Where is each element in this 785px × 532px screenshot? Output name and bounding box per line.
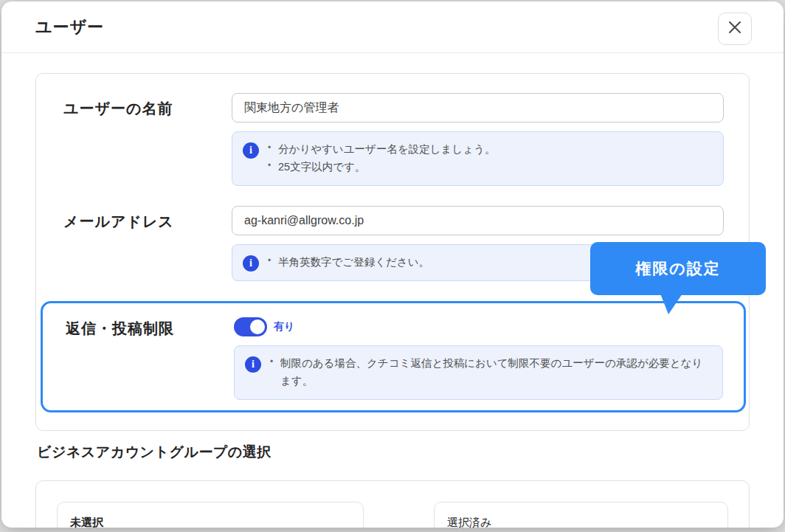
info-icon: i (243, 142, 259, 159)
permission-settings-callout: 権限の設定 (590, 242, 766, 295)
info-icon: i (245, 356, 261, 373)
restriction-label: 返信・投稿制限 (66, 313, 234, 400)
info-text: 25文字以内です。 (268, 159, 495, 176)
selected-panel-title: 選択済み (447, 516, 715, 528)
user-name-input[interactable] (232, 93, 724, 122)
restriction-info-box: i 制限のある場合、クチコミ返信と投稿において制限不要のユーザーの承認が必要とな… (234, 345, 723, 400)
info-text: 制限のある場合、クチコミ返信と投稿において制限不要のユーザーの承認が必要となりま… (270, 355, 710, 390)
modal-body: ユーザーの名前 i 分かりやすいユーザー名を設定しましょう。 25文字以内です。… (1, 53, 784, 528)
user-name-label: ユーザーの名前 (63, 93, 232, 186)
info-text: 分かりやすいユーザー名を設定しましょう。 (268, 141, 495, 159)
info-text: 半角英数字でご登録ください。 (268, 254, 429, 272)
unselected-groups-panel: 未選択 グループを選択 (57, 502, 364, 528)
callout-tail (660, 294, 682, 314)
user-name-row: ユーザーの名前 i 分かりやすいユーザー名を設定しましょう。 25文字以内です。 (63, 93, 724, 186)
close-button[interactable] (718, 13, 752, 45)
email-label: メールアドレス (63, 206, 232, 281)
unselected-panel-title: 未選択 (70, 516, 350, 528)
selected-groups-panel: 選択済み 東京グループ (434, 502, 728, 528)
toggle-knob (250, 319, 265, 334)
restriction-highlight-block: 返信・投稿制限 有り i 制限のある場合、クチコミ返信と投稿において制限不要のユ… (41, 301, 746, 412)
group-section-heading: ビジネスアカウントグループの選択 (37, 443, 750, 462)
email-input[interactable] (232, 206, 724, 235)
callout-label: 権限の設定 (635, 258, 721, 279)
modal-header: ユーザー (1, 1, 784, 53)
restriction-row: 返信・投稿制限 有り i 制限のある場合、クチコミ返信と投稿において制限不要のユ… (66, 313, 723, 400)
user-name-info-box: i 分かりやすいユーザー名を設定しましょう。 25文字以内です。 (232, 131, 724, 186)
restriction-toggle-state: 有り (274, 320, 294, 334)
close-icon (727, 20, 742, 38)
info-icon: i (243, 255, 259, 272)
user-modal: ユーザー ユーザーの名前 i 分かりやすいユーザー名を設定しましょう。 25文字… (1, 1, 784, 528)
restriction-toggle[interactable] (234, 317, 267, 336)
modal-title: ユーザー (35, 16, 104, 38)
group-selection-card: 未選択 グループを選択 選択済み 東京グループ (35, 480, 750, 528)
